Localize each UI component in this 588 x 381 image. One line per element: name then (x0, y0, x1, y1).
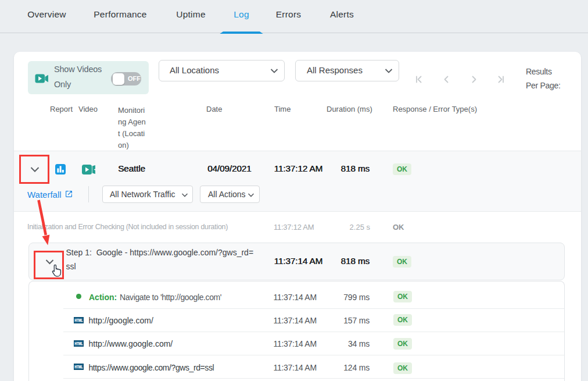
svg-text:HTML: HTML (74, 341, 83, 346)
svg-text:HTML: HTML (74, 364, 83, 369)
svg-text:HTML: HTML (74, 318, 83, 323)
